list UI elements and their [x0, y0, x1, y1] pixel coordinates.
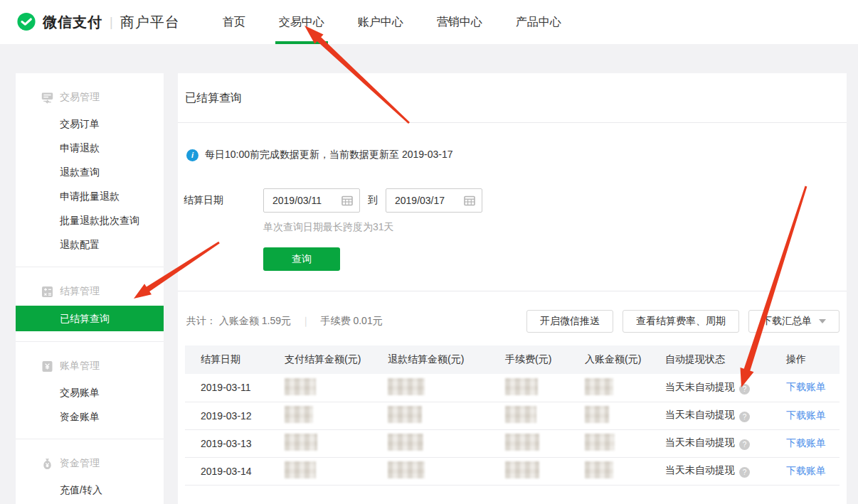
auto-withdraw-status: 当天未自动提现 — [665, 381, 735, 392]
nav-tab-产品中心[interactable]: 产品中心 — [516, 0, 561, 44]
action-button-开启微信推送[interactable]: 开启微信推送 — [526, 310, 613, 333]
redacted-amount — [285, 461, 316, 478]
column-header-退款结算金额(元): 退款结算金额(元) — [388, 345, 505, 374]
primary-nav: 首页交易中心账户中心营销中心产品中心 — [223, 0, 595, 44]
sidebar-item-资金账单[interactable]: 资金账单 — [16, 404, 164, 429]
table-row: 2019-03-14当天未自动提现?下载账单 — [185, 457, 840, 485]
date-range-hint: 单次查询日期最长跨度为31天 — [263, 221, 482, 234]
data-update-notice: i 每日10:00前完成数据更新，当前数据更新至 2019-03-17 — [186, 149, 847, 161]
redacted-amount — [505, 378, 538, 395]
redacted-amount — [585, 378, 613, 395]
main-panel: 已结算查询 i 每日10:00前完成数据更新，当前数据更新至 2019-03-1… — [178, 73, 847, 504]
sidebar-section-资金管理: 资金管理 — [16, 455, 164, 472]
action-button-查看结算费率、周期[interactable]: 查看结算费率、周期 — [623, 310, 739, 333]
column-header-操作: 操作 — [786, 345, 840, 374]
redacted-amount — [285, 434, 317, 451]
auto-withdraw-status: 当天未自动提现 — [665, 464, 735, 476]
action-button-下载汇总单[interactable]: 下载汇总单 — [748, 310, 840, 333]
download-bill-link[interactable]: 下载账单 — [786, 381, 826, 392]
results-table: 结算日期支付结算金额(元)退款结算金额(元)手续费(元)入账金额(元)自动提现状… — [185, 345, 840, 486]
sidebar-item-已结算查询[interactable]: 已结算查询 — [16, 306, 164, 331]
help-question-icon[interactable]: ? — [739, 439, 750, 450]
sidebar-section-title: 结算管理 — [60, 285, 100, 298]
page-title: 已结算查询 — [178, 73, 847, 123]
sidebar-item-退款配置[interactable]: 退款配置 — [16, 232, 164, 257]
sidebar-section-账单管理: 账单管理 — [16, 358, 164, 375]
action-button-label: 下载汇总单 — [762, 315, 812, 328]
help-question-icon[interactable]: ? — [739, 467, 750, 478]
settlement-management-icon — [41, 286, 53, 298]
section-divider — [178, 291, 847, 291]
sidebar-section-title: 账单管理 — [60, 360, 100, 372]
brand: 微信支付 | 商户平台 — [16, 11, 180, 33]
sidebar-item-申请批量退款[interactable]: 申请批量退款 — [16, 184, 164, 208]
info-icon: i — [186, 149, 198, 161]
table-row: 2019-03-12当天未自动提现?下载账单 — [185, 402, 840, 429]
nav-tab-账户中心[interactable]: 账户中心 — [358, 0, 403, 44]
sidebar-item-交易账单[interactable]: 交易账单 — [16, 380, 164, 404]
to-label: 到 — [368, 194, 378, 207]
top-header: 微信支付 | 商户平台 首页交易中心账户中心营销中心产品中心 — [0, 0, 858, 44]
end-date-input[interactable]: 2019/03/17 — [386, 188, 482, 213]
nav-tab-营销中心[interactable]: 营销中心 — [437, 0, 482, 44]
nav-tab-交易中心[interactable]: 交易中心 — [279, 0, 324, 44]
redacted-amount — [388, 461, 425, 478]
redacted-amount — [388, 406, 422, 423]
column-header-结算日期: 结算日期 — [185, 345, 285, 374]
nav-tab-首页[interactable]: 首页 — [223, 0, 245, 44]
table-actions: 开启微信推送查看结算费率、周期下载汇总单 — [517, 310, 840, 333]
redacted-amount — [505, 434, 539, 451]
redacted-amount — [285, 378, 316, 395]
settle-date-cell: 2019-03-13 — [185, 429, 285, 457]
summary-income: 入账金额 1.59元 — [219, 315, 291, 326]
sidebar-item-批量退款批次查询[interactable]: 批量退款批次查询 — [16, 208, 164, 232]
download-bill-link[interactable]: 下载账单 — [786, 437, 826, 449]
help-question-icon[interactable]: ? — [739, 412, 750, 422]
start-date-value: 2019/03/11 — [272, 195, 322, 206]
sidebar-item-交易订单[interactable]: 交易订单 — [16, 112, 164, 136]
sidebar-section-title: 交易管理 — [60, 91, 100, 104]
redacted-amount — [285, 406, 313, 423]
column-header-入账金额(元): 入账金额(元) — [585, 345, 665, 374]
start-date-input[interactable]: 2019/03/11 — [263, 188, 360, 213]
action-button-label: 查看结算费率、周期 — [636, 315, 726, 328]
transaction-management-icon — [41, 92, 53, 104]
sidebar-item-退款查询[interactable]: 退款查询 — [16, 160, 164, 184]
settle-date-cell: 2019-03-14 — [185, 457, 285, 485]
totals-summary: 共计： 入账金额 1.59元 ｜ 手续费 0.01元 — [185, 315, 383, 328]
auto-withdraw-status: 当天未自动提现 — [665, 436, 735, 448]
funds-management-icon — [41, 458, 53, 470]
help-question-icon[interactable]: ? — [739, 384, 750, 395]
action-button-label: 开启微信推送 — [540, 315, 600, 328]
redacted-amount — [388, 378, 425, 395]
redacted-amount — [585, 434, 615, 451]
redacted-amount — [388, 434, 423, 451]
sidebar-item-充值/转入[interactable]: 充值/转入 — [16, 478, 164, 502]
summary-fee: 手续费 0.01元 — [321, 315, 383, 326]
sidebar-item-申请退款[interactable]: 申请退款 — [16, 136, 164, 160]
redacted-amount — [585, 406, 609, 423]
sidebar-section-结算管理: 结算管理 — [16, 283, 164, 300]
bill-management-icon — [41, 360, 53, 372]
query-button[interactable]: 查询 — [263, 247, 340, 271]
column-header-自动提现状态: 自动提现状态 — [665, 345, 786, 374]
brand-divider: | — [110, 15, 113, 30]
notice-text: 每日10:00前完成数据更新，当前数据更新至 2019-03-17 — [205, 149, 453, 161]
product-name: 商户平台 — [120, 13, 180, 32]
calendar-icon — [341, 195, 353, 206]
settle-date-cell: 2019-03-11 — [185, 374, 285, 402]
end-date-value: 2019/03/17 — [395, 195, 445, 206]
settle-date-cell: 2019-03-12 — [185, 402, 285, 429]
download-bill-link[interactable]: 下载账单 — [786, 465, 826, 476]
query-form: 结算日期 2019/03/11 到 2019/03/17 — [178, 188, 847, 271]
download-bill-link[interactable]: 下载账单 — [786, 409, 826, 421]
chevron-down-icon — [819, 319, 826, 323]
settle-date-label: 结算日期 — [184, 194, 223, 271]
column-header-手续费(元): 手续费(元) — [505, 345, 585, 374]
table-row: 2019-03-13当天未自动提现?下载账单 — [185, 429, 840, 457]
sidebar-section-交易管理: 交易管理 — [16, 89, 164, 106]
calendar-icon — [464, 195, 475, 206]
brand-name: 微信支付 — [43, 13, 102, 32]
column-header-支付结算金额(元): 支付结算金额(元) — [285, 345, 388, 374]
sidebar: 交易管理交易订单申请退款退款查询申请批量退款批量退款批次查询退款配置结算管理已结… — [16, 73, 164, 504]
